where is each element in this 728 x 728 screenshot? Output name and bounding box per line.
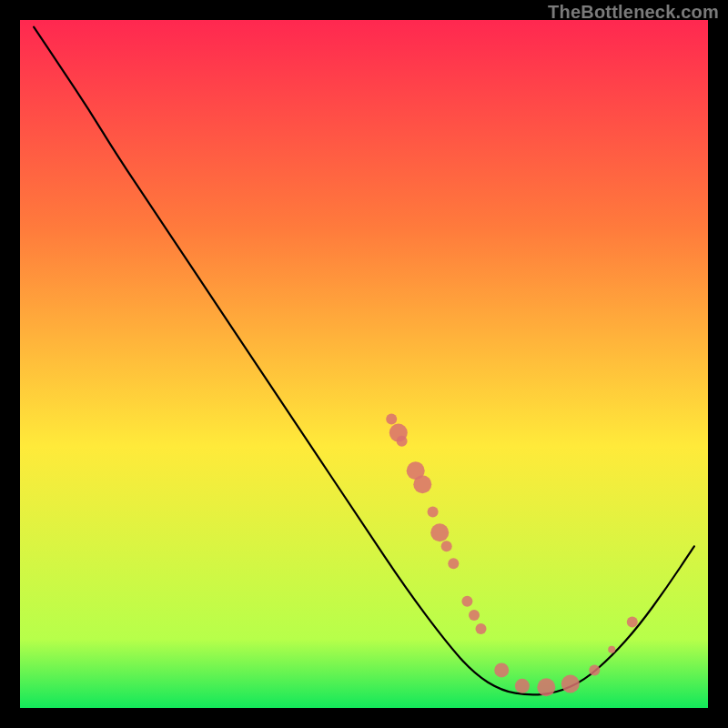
scatter-point bbox=[441, 541, 452, 551]
chart-stage: TheBottleneck.com bbox=[0, 0, 728, 728]
gradient-background bbox=[20, 20, 708, 708]
scatter-point bbox=[413, 475, 431, 493]
scatter-point bbox=[494, 662, 509, 677]
chart-plot bbox=[20, 20, 708, 708]
scatter-point bbox=[476, 623, 487, 634]
scatter-point bbox=[461, 596, 472, 607]
scatter-point bbox=[627, 617, 638, 628]
scatter-point bbox=[515, 679, 530, 693]
scatter-point bbox=[386, 414, 397, 425]
scatter-point bbox=[608, 646, 615, 653]
scatter-point bbox=[430, 523, 449, 541]
scatter-point bbox=[428, 507, 439, 518]
scatter-point bbox=[561, 675, 580, 693]
chart-svg bbox=[20, 20, 708, 708]
scatter-point bbox=[469, 610, 480, 621]
scatter-point bbox=[397, 436, 408, 447]
scatter-point bbox=[589, 664, 600, 675]
scatter-point bbox=[448, 558, 459, 569]
scatter-point bbox=[537, 678, 555, 696]
